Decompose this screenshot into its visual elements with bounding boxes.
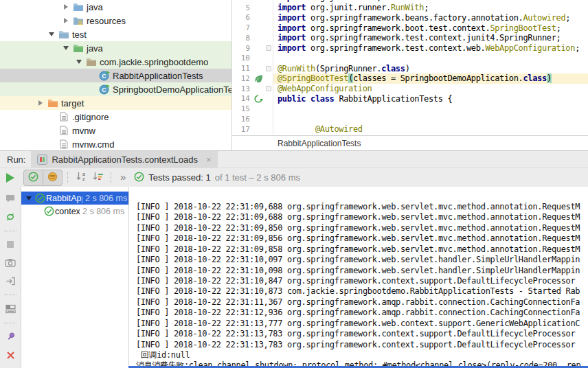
pin-icon[interactable] [5, 332, 16, 343]
console-line: [INFO ] 2018-10-22 22:31:10,098 org.spri… [136, 266, 588, 276]
sort-alphabetically-button[interactable]: az [73, 170, 89, 185]
code-line[interactable]: 9import org.springframework.test.context… [232, 43, 588, 54]
code-line[interactable]: 17 @Autowired [232, 124, 588, 135]
code-line[interactable]: 13@WebAppConfiguration [232, 84, 588, 94]
tree-row[interactable]: java [0, 0, 231, 14]
sort-by-duration-button[interactable] [89, 170, 106, 185]
screenshot-icon[interactable] [5, 257, 16, 268]
toolbar-separator [67, 172, 68, 183]
status-passed-text: Tests passed: 1 [148, 172, 210, 183]
svg-text:z: z [82, 176, 85, 181]
run-window-label: Run: [7, 151, 25, 168]
chevron-down-icon[interactable] [60, 46, 72, 50]
tree-item-label: mvnw [72, 126, 95, 136]
rerun-tests-icon[interactable] [6, 173, 14, 183]
line-number: 12 [232, 74, 252, 83]
breadcrumb-class-label[interactable]: RabbitApplicationTests [278, 139, 361, 148]
line-number: 13 [232, 84, 252, 93]
tree-row[interactable]: mvnw.cmd [0, 137, 231, 150]
code-line[interactable]: 5import org.junit.runner.RunWith; [232, 3, 588, 13]
code-line[interactable]: 11@RunWith(SpringRunner.class) [232, 63, 588, 73]
test-tree[interactable]: RabbitApplicationTests2 s 806 mscontextL… [21, 187, 129, 368]
chevron-right-icon[interactable] [34, 100, 47, 106]
fold-marker-icon[interactable] [264, 63, 273, 73]
code-line[interactable]: 6import org.springframework.beans.factor… [232, 13, 588, 23]
code-line[interactable]: 8import org.springframework.test.context… [232, 33, 588, 43]
line-number: 8 [232, 34, 252, 43]
tree-row[interactable]: java [0, 41, 231, 55]
code-text: import org.junit.runner.RunWith; [273, 3, 588, 13]
console-output[interactable]: [INFO ] 2018-10-22 22:31:09,688 org.spri… [129, 187, 588, 368]
console-line: [INFO ] 2018-10-22 22:31:13,783 org.spri… [136, 340, 588, 350]
test-duration: 2 s 806 ms [85, 194, 127, 203]
line-number: 6 [232, 13, 252, 22]
console-line: 回调id:null [136, 350, 588, 360]
console-icon[interactable] [5, 303, 16, 314]
breadcrumb[interactable]: RabbitApplicationTests [232, 135, 588, 150]
code-text [273, 114, 588, 124]
exit-icon[interactable] [5, 276, 16, 287]
chevron-right-icon[interactable] [60, 4, 72, 10]
expand-all-icon[interactable]: » [120, 171, 126, 183]
run-tab[interactable]: RabbitApplicationTests.contextLoads × [31, 151, 217, 168]
line-number: 15 [232, 104, 252, 113]
fold-marker-icon[interactable] [264, 43, 273, 54]
close-icon[interactable] [6, 349, 15, 360]
folder-java-icon [72, 2, 84, 12]
stop-icon[interactable] [6, 240, 14, 251]
fold-gutter [264, 104, 273, 114]
code-editor[interactable]: 4import org.junit.Test;5import org.junit… [232, 0, 588, 135]
strip-separator [4, 231, 16, 231]
code-line[interactable]: 12@SpringBootTest(classes = SpringbootDe… [232, 73, 588, 84]
chevron-down-icon[interactable] [45, 32, 58, 36]
line-number: 14 [232, 94, 252, 103]
tree-row[interactable]: test [0, 27, 231, 41]
tree-row[interactable]: resources [0, 14, 231, 27]
console-line: [INFO ] 2018-10-22 22:31:09,850 org.spri… [136, 223, 588, 233]
console-line: [INFO ] 2018-10-22 22:31:11,367 org.spri… [136, 297, 588, 308]
chevron-down-icon[interactable] [73, 60, 85, 64]
tree-row[interactable]: mvnw [0, 124, 231, 137]
test-tree-row[interactable]: contextLoads2 s 806 ms [21, 205, 128, 218]
code-line[interactable]: 7import org.springframework.boot.test.co… [232, 23, 588, 33]
tree-item-label: java [87, 43, 103, 54]
code-text: import org.springframework.beans.factory… [273, 13, 588, 23]
chevron-right-icon[interactable] [60, 18, 72, 23]
fold-gutter [264, 94, 273, 104]
code-line[interactable]: 10 [232, 54, 588, 64]
tree-row[interactable]: com.jackie.springbootdemo [0, 55, 231, 69]
test-runner-toolbar: az » Tests passed: 1 of 1 test – 2 s 806… [0, 168, 588, 187]
tree-row[interactable]: CRabbitApplicationTests [0, 69, 231, 82]
console-line: [INFO ] 2018-10-22 22:31:09,688 org.spri… [136, 212, 588, 222]
status-detail-text: of 1 test – 2 s 806 ms [215, 172, 300, 183]
message-icon[interactable] [5, 193, 16, 204]
fold-marker-icon[interactable] [264, 84, 273, 94]
close-tab-icon[interactable]: × [206, 154, 212, 165]
tree-item-label: RabbitApplicationTests [113, 71, 203, 81]
code-line[interactable]: 16 [232, 114, 588, 124]
fold-gutter [264, 114, 273, 124]
fold-gutter [264, 3, 273, 13]
chevron-down-icon[interactable] [23, 196, 34, 200]
tree-row[interactable]: target [0, 96, 231, 110]
tree-row[interactable]: CSpringbootDemoApplicationTests [0, 82, 231, 96]
code-line[interactable]: 14public class RabbitApplicationTests { [232, 94, 588, 104]
code-line[interactable]: 15 [232, 104, 588, 114]
tree-row[interactable]: .gitignore [0, 110, 231, 124]
code-text: @RunWith(SpringRunner.class) [273, 63, 588, 73]
ide-window: javaresourcestestjavacom.jackie.springbo… [0, 0, 588, 368]
test-tree-row[interactable]: RabbitApplicationTests2 s 806 ms [21, 192, 128, 205]
rerun-failed-tests-icon[interactable] [5, 211, 16, 222]
fold-gutter [264, 13, 273, 23]
line-number: 9 [232, 44, 252, 53]
show-passed-button[interactable] [23, 170, 43, 186]
spring-leaf-icon[interactable] [252, 74, 264, 83]
show-ignored-button[interactable] [43, 170, 63, 186]
run-left-toolbar[interactable] [0, 187, 21, 368]
console-line: [INFO ] 2018-10-22 22:31:12,936 org.spri… [136, 308, 588, 318]
line-number: 4 [232, 0, 252, 2]
run-icon[interactable] [252, 94, 264, 104]
project-tree-panel[interactable]: javaresourcestestjavacom.jackie.springbo… [0, 0, 232, 150]
code-text: @SpringBootTest(classes = SpringbootDemo… [273, 73, 588, 84]
tree-item-label: .gitignore [72, 112, 109, 122]
